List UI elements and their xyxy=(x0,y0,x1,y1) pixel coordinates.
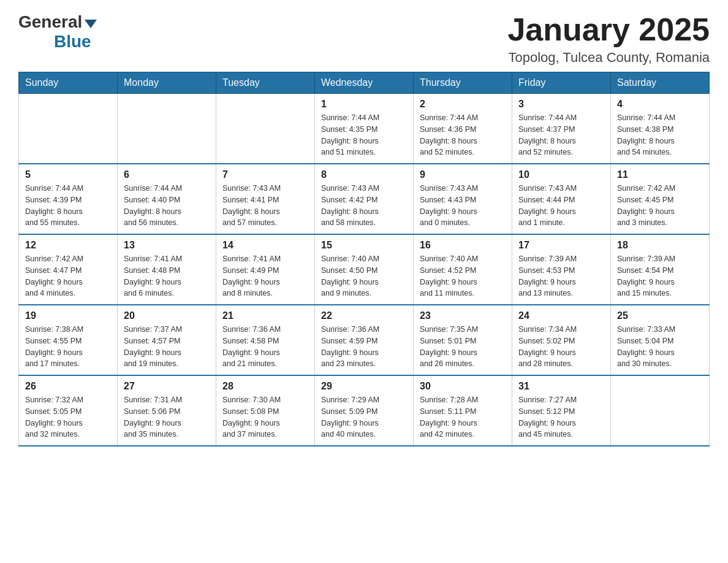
day-number: 1 xyxy=(321,99,407,110)
day-number: 20 xyxy=(124,310,210,321)
day-of-week-header: Friday xyxy=(512,72,611,94)
calendar-day-cell: 16Sunrise: 7:40 AM Sunset: 4:52 PM Dayli… xyxy=(414,234,512,305)
calendar-day-cell: 20Sunrise: 7:37 AM Sunset: 4:57 PM Dayli… xyxy=(118,305,216,375)
calendar-table: SundayMondayTuesdayWednesdayThursdayFrid… xyxy=(18,72,710,446)
calendar-day-cell: 10Sunrise: 7:43 AM Sunset: 4:44 PM Dayli… xyxy=(512,164,611,234)
calendar-week-row: 12Sunrise: 7:42 AM Sunset: 4:47 PM Dayli… xyxy=(19,234,710,305)
day-number: 10 xyxy=(518,169,604,180)
day-info: Sunrise: 7:30 AM Sunset: 5:08 PM Dayligh… xyxy=(222,394,308,440)
day-of-week-header: Tuesday xyxy=(216,72,315,94)
calendar-week-row: 26Sunrise: 7:32 AM Sunset: 5:05 PM Dayli… xyxy=(19,375,710,446)
day-info: Sunrise: 7:44 AM Sunset: 4:37 PM Dayligh… xyxy=(518,112,604,158)
logo-blue-text: Blue xyxy=(54,32,91,52)
day-of-week-header: Thursday xyxy=(414,72,512,94)
day-number: 24 xyxy=(518,310,604,321)
title-block: January 2025 Topolog, Tulcea County, Rom… xyxy=(507,12,710,66)
calendar-day-cell: 5Sunrise: 7:44 AM Sunset: 4:39 PM Daylig… xyxy=(19,164,118,234)
day-info: Sunrise: 7:41 AM Sunset: 4:48 PM Dayligh… xyxy=(124,253,210,299)
day-info: Sunrise: 7:40 AM Sunset: 4:50 PM Dayligh… xyxy=(321,253,407,299)
day-of-week-header: Saturday xyxy=(611,72,710,94)
day-info: Sunrise: 7:43 AM Sunset: 4:43 PM Dayligh… xyxy=(420,183,506,229)
day-number: 5 xyxy=(25,169,111,180)
day-number: 23 xyxy=(420,310,506,321)
calendar-day-cell: 2Sunrise: 7:44 AM Sunset: 4:36 PM Daylig… xyxy=(414,94,512,164)
day-info: Sunrise: 7:36 AM Sunset: 4:58 PM Dayligh… xyxy=(222,324,308,370)
day-number: 6 xyxy=(124,169,210,180)
day-number: 27 xyxy=(124,381,210,392)
calendar-day-cell: 30Sunrise: 7:28 AM Sunset: 5:11 PM Dayli… xyxy=(414,375,512,446)
calendar-day-cell: 9Sunrise: 7:43 AM Sunset: 4:43 PM Daylig… xyxy=(414,164,512,234)
day-number: 12 xyxy=(25,240,111,251)
day-info: Sunrise: 7:44 AM Sunset: 4:35 PM Dayligh… xyxy=(321,112,407,158)
day-info: Sunrise: 7:29 AM Sunset: 5:09 PM Dayligh… xyxy=(321,394,407,440)
calendar-body: 1Sunrise: 7:44 AM Sunset: 4:35 PM Daylig… xyxy=(19,94,710,446)
day-of-week-header: Sunday xyxy=(19,72,118,94)
day-info: Sunrise: 7:43 AM Sunset: 4:41 PM Dayligh… xyxy=(222,183,308,229)
logo-arrow-icon xyxy=(85,20,97,28)
logo-general-text: General xyxy=(18,12,82,32)
calendar-day-cell xyxy=(118,94,216,164)
calendar-day-cell: 22Sunrise: 7:36 AM Sunset: 4:59 PM Dayli… xyxy=(315,305,414,375)
day-number: 31 xyxy=(518,381,604,392)
day-number: 13 xyxy=(124,240,210,251)
day-info: Sunrise: 7:35 AM Sunset: 5:01 PM Dayligh… xyxy=(420,324,506,370)
day-info: Sunrise: 7:36 AM Sunset: 4:59 PM Dayligh… xyxy=(321,324,407,370)
calendar-header: SundayMondayTuesdayWednesdayThursdayFrid… xyxy=(19,72,710,94)
calendar-day-cell: 18Sunrise: 7:39 AM Sunset: 4:54 PM Dayli… xyxy=(611,234,710,305)
calendar-day-cell: 3Sunrise: 7:44 AM Sunset: 4:37 PM Daylig… xyxy=(512,94,611,164)
calendar-day-cell: 31Sunrise: 7:27 AM Sunset: 5:12 PM Dayli… xyxy=(512,375,611,446)
day-info: Sunrise: 7:39 AM Sunset: 4:54 PM Dayligh… xyxy=(617,253,703,299)
day-info: Sunrise: 7:38 AM Sunset: 4:55 PM Dayligh… xyxy=(25,324,111,370)
day-info: Sunrise: 7:44 AM Sunset: 4:40 PM Dayligh… xyxy=(124,183,210,229)
day-number: 17 xyxy=(518,240,604,251)
day-info: Sunrise: 7:37 AM Sunset: 4:57 PM Dayligh… xyxy=(124,324,210,370)
day-info: Sunrise: 7:34 AM Sunset: 5:02 PM Dayligh… xyxy=(518,324,604,370)
day-number: 15 xyxy=(321,240,407,251)
calendar-day-cell: 1Sunrise: 7:44 AM Sunset: 4:35 PM Daylig… xyxy=(315,94,414,164)
day-info: Sunrise: 7:41 AM Sunset: 4:49 PM Dayligh… xyxy=(222,253,308,299)
day-info: Sunrise: 7:43 AM Sunset: 4:42 PM Dayligh… xyxy=(321,183,407,229)
day-number: 18 xyxy=(617,240,703,251)
calendar-day-cell: 17Sunrise: 7:39 AM Sunset: 4:53 PM Dayli… xyxy=(512,234,611,305)
day-of-week-header: Monday xyxy=(118,72,216,94)
calendar-week-row: 19Sunrise: 7:38 AM Sunset: 4:55 PM Dayli… xyxy=(19,305,710,375)
day-number: 9 xyxy=(420,169,506,180)
calendar-day-cell: 13Sunrise: 7:41 AM Sunset: 4:48 PM Dayli… xyxy=(118,234,216,305)
calendar-day-cell: 7Sunrise: 7:43 AM Sunset: 4:41 PM Daylig… xyxy=(216,164,315,234)
day-number: 8 xyxy=(321,169,407,180)
day-info: Sunrise: 7:32 AM Sunset: 5:05 PM Dayligh… xyxy=(25,394,111,440)
day-info: Sunrise: 7:44 AM Sunset: 4:39 PM Dayligh… xyxy=(25,183,111,229)
calendar-day-cell: 8Sunrise: 7:43 AM Sunset: 4:42 PM Daylig… xyxy=(315,164,414,234)
day-info: Sunrise: 7:31 AM Sunset: 5:06 PM Dayligh… xyxy=(124,394,210,440)
month-title: January 2025 xyxy=(507,12,710,47)
day-number: 21 xyxy=(222,310,308,321)
page-header: General Blue January 2025 Topolog, Tulce… xyxy=(18,12,710,66)
day-info: Sunrise: 7:39 AM Sunset: 4:53 PM Dayligh… xyxy=(518,253,604,299)
day-number: 19 xyxy=(25,310,111,321)
day-number: 16 xyxy=(420,240,506,251)
day-number: 25 xyxy=(617,310,703,321)
day-info: Sunrise: 7:42 AM Sunset: 4:45 PM Dayligh… xyxy=(617,183,703,229)
calendar-day-cell xyxy=(216,94,315,164)
day-number: 4 xyxy=(617,99,703,110)
calendar-day-cell xyxy=(19,94,118,164)
day-of-week-header: Wednesday xyxy=(315,72,414,94)
day-number: 26 xyxy=(25,381,111,392)
calendar-day-cell: 24Sunrise: 7:34 AM Sunset: 5:02 PM Dayli… xyxy=(512,305,611,375)
day-number: 2 xyxy=(420,99,506,110)
day-info: Sunrise: 7:28 AM Sunset: 5:11 PM Dayligh… xyxy=(420,394,506,440)
day-number: 7 xyxy=(222,169,308,180)
day-number: 3 xyxy=(518,99,604,110)
calendar-day-cell: 26Sunrise: 7:32 AM Sunset: 5:05 PM Dayli… xyxy=(19,375,118,446)
calendar-day-cell: 14Sunrise: 7:41 AM Sunset: 4:49 PM Dayli… xyxy=(216,234,315,305)
calendar-day-cell: 19Sunrise: 7:38 AM Sunset: 4:55 PM Dayli… xyxy=(19,305,118,375)
day-number: 30 xyxy=(420,381,506,392)
calendar-day-cell: 29Sunrise: 7:29 AM Sunset: 5:09 PM Dayli… xyxy=(315,375,414,446)
calendar-week-row: 1Sunrise: 7:44 AM Sunset: 4:35 PM Daylig… xyxy=(19,94,710,164)
day-info: Sunrise: 7:40 AM Sunset: 4:52 PM Dayligh… xyxy=(420,253,506,299)
day-info: Sunrise: 7:33 AM Sunset: 5:04 PM Dayligh… xyxy=(617,324,703,370)
day-info: Sunrise: 7:43 AM Sunset: 4:44 PM Dayligh… xyxy=(518,183,604,229)
calendar-day-cell: 6Sunrise: 7:44 AM Sunset: 4:40 PM Daylig… xyxy=(118,164,216,234)
day-number: 22 xyxy=(321,310,407,321)
calendar-day-cell: 23Sunrise: 7:35 AM Sunset: 5:01 PM Dayli… xyxy=(414,305,512,375)
